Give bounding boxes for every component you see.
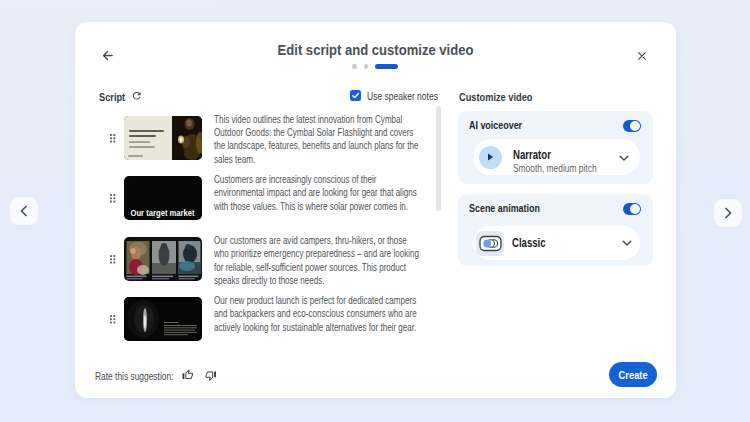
svg-text:Our target market: Our target market [130,209,194,218]
